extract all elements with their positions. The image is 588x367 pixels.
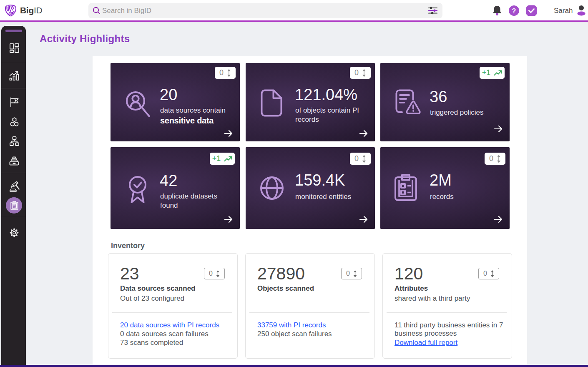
svg-text:?: ? bbox=[512, 8, 516, 15]
